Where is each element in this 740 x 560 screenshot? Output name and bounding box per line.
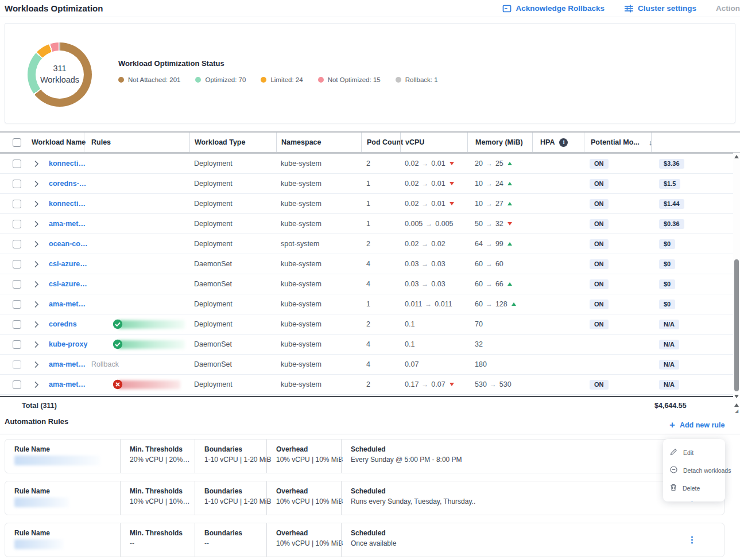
col-hpa[interactable]: HPA i [532, 133, 584, 152]
row-checkbox[interactable] [13, 360, 21, 369]
expand-chevron-icon[interactable] [34, 381, 39, 388]
rule-actions-kebab-button[interactable] [689, 534, 695, 546]
expand-chevron-icon[interactable] [34, 240, 39, 248]
hpa-info-icon[interactable]: i [559, 138, 568, 147]
expand-chevron-icon[interactable] [34, 341, 39, 348]
workload-name-link[interactable]: ama-met… [45, 220, 86, 228]
select-all-checkbox[interactable] [13, 138, 21, 147]
table-row: kube-proxy DaemonSet kube-system 4 0.1 3… [0, 335, 740, 355]
rules-cell: Rollback [84, 360, 189, 368]
workload-type-cell: Deployment [189, 160, 276, 168]
add-new-rule-button[interactable]: + Add new rule [669, 420, 724, 430]
vcpu-cell: 0.1 [400, 340, 467, 348]
workload-type-cell: Deployment [189, 180, 276, 188]
workload-name-link[interactable]: csi-azure… [45, 260, 87, 268]
workload-name-link[interactable]: konnecti… [45, 200, 86, 208]
pod-count-cell: 2 [361, 320, 400, 328]
vertical-scrollbar[interactable] [733, 153, 740, 400]
col-potential-savings[interactable]: Potential Mo... ↓ [584, 133, 652, 152]
table-body: konnecti… Deployment kube-system 2 0.02→… [0, 154, 740, 395]
col-workload-type[interactable]: Workload Type [189, 133, 276, 152]
legend-item: Not Attached: 201 [118, 76, 180, 83]
rule-name-label: Rule Name [14, 445, 120, 453]
change-arrow-icon: → [421, 240, 428, 248]
pencil-icon [670, 448, 677, 457]
expand-chevron-icon[interactable] [34, 160, 39, 168]
row-checkbox[interactable] [13, 180, 21, 188]
namespace-cell: kube-system [276, 260, 361, 268]
workload-name-link[interactable]: coredns-… [45, 180, 86, 188]
change-arrow-icon: → [486, 300, 493, 308]
workload-name-link[interactable]: coredns [45, 320, 77, 328]
redacted-rule-name-value [14, 497, 69, 507]
actions-button[interactable]: Action [716, 4, 740, 13]
workload-name-link[interactable]: konnecti… [45, 160, 86, 168]
change-arrow-icon: → [486, 260, 493, 268]
workload-name-link[interactable]: ocean-co… [45, 240, 87, 248]
rules-cell [84, 379, 189, 390]
expand-chevron-icon[interactable] [34, 361, 39, 368]
col-pod-count[interactable]: Pod Count [361, 133, 400, 152]
row-checkbox[interactable] [13, 200, 21, 208]
workload-name-link[interactable]: ama-met… [45, 300, 86, 308]
hpa-badge: ON [590, 159, 609, 169]
detach-icon [670, 466, 677, 475]
workload-type-cell: Deployment [189, 380, 276, 388]
resize-grip-icon[interactable]: ◢ [735, 409, 738, 414]
scroll-down-arrow[interactable] [734, 395, 739, 398]
namespace-cell: kube-system [276, 200, 361, 208]
expand-chevron-icon[interactable] [34, 200, 39, 208]
row-checkbox[interactable] [13, 220, 21, 228]
context-menu-item-delete[interactable]: Delete [663, 479, 725, 497]
row-checkbox[interactable] [13, 240, 21, 248]
expand-chevron-icon[interactable] [34, 260, 39, 268]
boundaries-value: 1-10 vCPU | 1-20 MiB [204, 497, 266, 505]
expand-chevron-icon[interactable] [34, 301, 39, 308]
potential-savings-badge: $0 [659, 279, 675, 289]
expand-chevron-icon[interactable] [34, 281, 39, 288]
hpa-badge: ON [590, 320, 609, 329]
acknowledge-rollbacks-icon [502, 4, 512, 13]
change-arrow-icon: → [421, 160, 428, 168]
expand-chevron-icon[interactable] [34, 220, 39, 228]
scroll-up-arrow[interactable] [734, 155, 739, 158]
col-memory[interactable]: Memory (MiB) [467, 133, 532, 152]
pod-count-cell: 1 [361, 200, 400, 208]
total-scroll-up-arrow[interactable] [734, 403, 739, 407]
row-checkbox[interactable] [13, 280, 21, 289]
cluster-settings-button[interactable]: Cluster settings [624, 4, 696, 13]
col-vcpu[interactable]: vCPU [400, 133, 467, 152]
row-checkbox[interactable] [13, 320, 21, 329]
scrollbar-thumb[interactable] [734, 259, 739, 391]
table-row: ocean-co… Deployment spot-system 2 0.02→… [0, 234, 740, 254]
workload-type-cell: DaemonSet [189, 280, 276, 288]
potential-savings-badge: N/A [659, 360, 679, 370]
expand-chevron-icon[interactable] [34, 321, 39, 328]
table-row: konnecti… Deployment kube-system 2 0.02→… [0, 154, 740, 174]
col-workload-name[interactable]: Workload Name [30, 133, 84, 152]
context-menu-item-edit[interactable]: Edit [663, 444, 725, 461]
workload-name-link[interactable]: csi-azure… [45, 280, 87, 288]
row-checkbox[interactable] [13, 340, 21, 349]
workload-name-link[interactable]: kube-proxy [45, 340, 87, 348]
col-namespace[interactable]: Namespace [276, 133, 361, 152]
boundaries-label: Boundaries [204, 487, 266, 495]
workload-type-cell: Deployment [189, 320, 276, 328]
row-checkbox[interactable] [13, 260, 21, 269]
workload-name-link[interactable]: ama-met… [45, 360, 86, 368]
hpa-badge: ON [590, 199, 609, 209]
row-checkbox[interactable] [13, 380, 21, 389]
potential-savings-badge: $0 [659, 239, 675, 249]
memory-cell: 60→128 [467, 300, 532, 308]
expand-chevron-icon[interactable] [34, 180, 39, 188]
acknowledge-rollbacks-button[interactable]: Acknowledge Rollbacks [502, 4, 605, 13]
legend-item: Not Optimized: 15 [318, 76, 381, 83]
redacted-rule-name-value [14, 456, 100, 465]
row-checkbox[interactable] [13, 300, 21, 309]
col-rules[interactable]: Rules [84, 133, 189, 152]
table-row: coredns Deployment kube-system 2 0.1 70 … [0, 314, 740, 335]
vcpu-cell: 0.07 [400, 360, 467, 368]
context-menu-item-detach-workloads[interactable]: Detach workloads [663, 461, 725, 479]
workload-name-link[interactable]: ama-met… [45, 380, 86, 388]
row-checkbox[interactable] [13, 160, 21, 168]
